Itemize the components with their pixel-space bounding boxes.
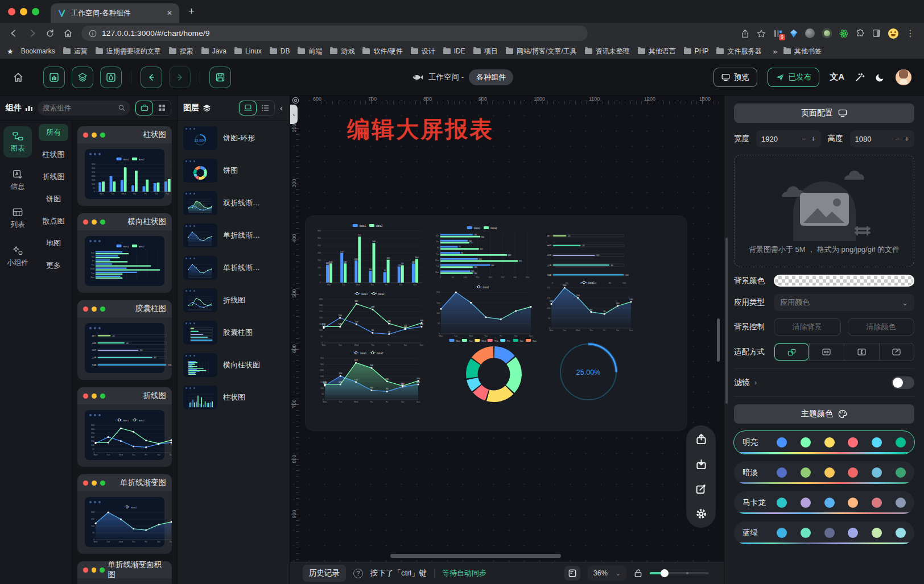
component-card-capsule[interactable]: 胶囊柱图 厦门20南阳40北京60上海80新疆100 xyxy=(77,300,172,380)
view-box-button[interactable] xyxy=(135,101,153,115)
theme-dim[interactable]: 暗淡 xyxy=(734,461,914,484)
edit-icon[interactable] xyxy=(695,483,707,495)
height-value[interactable]: 1080 xyxy=(855,135,872,143)
extension-sidebar-icon[interactable]: 9 xyxy=(773,29,782,38)
chart-capsule[interactable]: 厦门20南阳40北京60上海80新疆100020406080100 xyxy=(543,229,634,285)
profile-avatar[interactable] xyxy=(888,28,898,39)
layer-item[interactable]: 胶囊柱图 xyxy=(183,321,284,345)
help-icon[interactable]: ? xyxy=(353,569,363,578)
chart-single-line[interactable]: data1050100150200MonTueWedThuFriSatSun xyxy=(434,284,534,339)
width-value[interactable]: 1920 xyxy=(761,135,778,143)
category-charts[interactable]: 图表 xyxy=(3,126,32,158)
bookmark-item[interactable]: DB xyxy=(270,47,290,55)
browser-tab[interactable]: 工作空间-各种组件 ✕ xyxy=(51,3,179,23)
width-plus-button[interactable]: + xyxy=(811,134,815,143)
browser-menu-icon[interactable]: ⋮ xyxy=(906,28,915,39)
category-widgets[interactable]: 小组件 xyxy=(3,241,32,272)
bookmark-item[interactable]: 软件/硬件 xyxy=(362,47,402,56)
canvas-vertical-scrollbar[interactable] xyxy=(717,318,720,362)
undo-button[interactable] xyxy=(141,67,162,88)
slider-knob[interactable] xyxy=(661,569,669,577)
dashboard-board[interactable]: data1data2050100150200250300350120130Mon… xyxy=(306,216,687,430)
layer-item[interactable]: 25.00%饼图-环形 xyxy=(183,126,284,150)
close-window-button[interactable] xyxy=(8,8,15,15)
extensions-puzzle-icon[interactable] xyxy=(856,29,865,38)
filter-toggle-switch[interactable] xyxy=(892,376,914,389)
bookmark-item[interactable]: 资讯未整理 xyxy=(585,47,630,56)
extension-gem-icon[interactable] xyxy=(790,29,798,38)
canvas-horizontal-scrollbar[interactable] xyxy=(390,554,561,558)
view-grid-button[interactable] xyxy=(153,101,171,115)
export-icon[interactable] xyxy=(695,433,707,445)
ruler-eye-icon[interactable] xyxy=(292,97,299,104)
bookmark-item[interactable]: 近期需要读的文章 xyxy=(96,47,161,56)
chart-bar[interactable]: data1data2050100150200250300350120130Mon… xyxy=(315,223,424,288)
chart-donut-pie[interactable]: MonTueWedThuFriSatSun xyxy=(446,338,542,404)
clear-background-button[interactable]: 清除背景 xyxy=(774,318,841,336)
theme-bright[interactable]: 明亮 xyxy=(734,431,914,454)
app-home-icon[interactable] xyxy=(13,72,24,83)
settings-gear-icon[interactable] xyxy=(695,508,707,520)
save-button[interactable] xyxy=(209,67,231,88)
preview-button[interactable]: 预览 xyxy=(713,68,757,87)
site-info-icon[interactable] xyxy=(89,30,97,38)
fit-height-button[interactable] xyxy=(844,343,879,361)
bookmark-item[interactable]: 项目 xyxy=(473,47,498,56)
page-config-header[interactable]: 页面配置 xyxy=(734,103,914,123)
component-card-gradient-area[interactable]: 单折线渐变面积图 data1050100150200MonTueWedThuFr… xyxy=(77,561,172,584)
filter-all[interactable]: 所有 xyxy=(39,124,68,141)
extension-globe-icon[interactable] xyxy=(805,28,815,38)
bookmark-item[interactable]: 其他语言 xyxy=(638,47,676,56)
reading-list-icon[interactable] xyxy=(872,29,881,38)
component-card-gradient-line[interactable]: 单折线渐变图 data1050100150200MonTueWedThuFriS… xyxy=(77,474,172,554)
other-bookmarks[interactable]: 其他书签 xyxy=(783,47,822,56)
layer-item[interactable]: 横向柱状图 xyxy=(183,353,284,377)
layers-thumbnail-view-button[interactable] xyxy=(239,101,257,115)
publish-button[interactable]: 已发布 xyxy=(768,68,820,87)
component-card-hbar[interactable]: 横向柱状图 data1data2MonTueWedThuFriSatSun xyxy=(77,213,172,293)
bookmark-star-icon[interactable] xyxy=(757,29,766,38)
layers-list-view-button[interactable] xyxy=(257,101,274,115)
bookmark-item[interactable]: Linux xyxy=(234,47,262,55)
height-minus-button[interactable]: − xyxy=(895,134,900,143)
fit-stretch-button[interactable] xyxy=(879,343,914,361)
chart-horizontal-bar[interactable]: data1data2050100150200250300350Mon120130… xyxy=(433,225,534,280)
charts-toggle-button[interactable] xyxy=(43,67,65,88)
history-button[interactable]: 历史记录 xyxy=(303,565,346,582)
height-stepper[interactable]: 1080 −+ xyxy=(850,130,915,147)
collapse-layers-icon[interactable]: ‹ xyxy=(279,103,284,113)
window-controls[interactable] xyxy=(8,8,39,15)
lock-icon[interactable] xyxy=(634,569,642,578)
layers-toggle-button[interactable] xyxy=(72,67,93,88)
layer-item[interactable]: 柱状图 xyxy=(183,386,284,409)
filter-line[interactable]: 折线图 xyxy=(43,172,65,182)
fit-auto-button[interactable] xyxy=(774,343,809,361)
new-tab-button[interactable]: + xyxy=(188,5,195,18)
bookmark-item[interactable]: Java xyxy=(201,47,226,55)
chart-gradient-line[interactable]: data1050100150200MonTueWedThuFriSatSun12… xyxy=(544,280,634,333)
user-avatar[interactable] xyxy=(896,69,911,85)
fit-width-button[interactable] xyxy=(809,343,844,361)
extension-atom-icon[interactable] xyxy=(839,29,848,38)
dark-mode-moon-icon[interactable] xyxy=(875,72,885,82)
bookmark-item[interactable]: 搜索 xyxy=(169,47,193,56)
tab-close-icon[interactable]: ✕ xyxy=(167,9,172,17)
component-card-line[interactable]: 折线图 data1data2050100150200250300350MonTu… xyxy=(77,387,172,467)
editor-canvas[interactable]: 600 700 800 900 1000 1100 1200 1300 200 … xyxy=(290,96,724,584)
address-bar[interactable]: 127.0.0.1:3000/#/chart/home/9 xyxy=(81,26,588,41)
apply-type-select[interactable]: 应用颜色 ⌄ xyxy=(774,294,914,311)
filter-scatter[interactable]: 散点图 xyxy=(43,216,65,226)
chart-dual-line[interactable]: data1data2050100150200250300350MonTueWed… xyxy=(317,291,425,348)
category-info[interactable]: 信息 xyxy=(3,164,32,196)
chevron-right-icon[interactable]: › xyxy=(754,379,757,387)
panel-collapse-handle[interactable]: ‹ xyxy=(290,105,298,124)
filter-map[interactable]: 地图 xyxy=(46,238,61,248)
layer-item[interactable]: 饼图 xyxy=(183,159,284,183)
background-color-swatch[interactable] xyxy=(774,275,914,287)
share-icon[interactable] xyxy=(741,29,749,38)
layer-item[interactable]: 双折线渐… xyxy=(183,191,284,215)
category-table[interactable]: 列表 xyxy=(3,202,32,234)
import-icon[interactable] xyxy=(695,458,707,470)
bookmark-item[interactable]: IDE xyxy=(443,47,465,55)
bookmarks-star-icon[interactable]: ★ xyxy=(7,47,14,56)
